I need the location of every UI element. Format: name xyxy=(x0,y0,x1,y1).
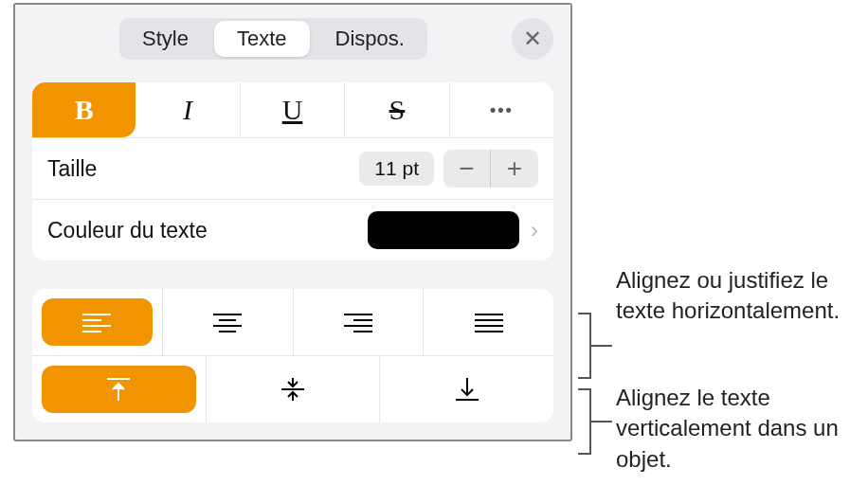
more-styles-button[interactable]: ••• xyxy=(450,82,553,137)
valign-top-button[interactable] xyxy=(32,356,207,422)
size-stepper: − + xyxy=(443,150,538,188)
valign-bottom-button[interactable] xyxy=(380,356,553,422)
font-size-row: Taille 11 pt − + xyxy=(32,138,553,200)
align-left-icon xyxy=(81,311,113,333)
panel-content: B I U S ••• Taille 11 pt − + Couleur du … xyxy=(15,73,570,440)
callout-horizontal: Alignez ou justifiez le texte horizontal… xyxy=(616,265,862,327)
tab-style[interactable]: Style xyxy=(119,18,211,60)
text-format-panel: Style Texte Dispos. ✕ B I U S ••• Taille… xyxy=(13,3,572,441)
align-justify-button[interactable] xyxy=(424,289,553,355)
strikethrough-button[interactable]: S xyxy=(345,82,449,137)
font-style-card: B I U S ••• Taille 11 pt − + Couleur du … xyxy=(32,82,553,260)
alignment-card xyxy=(32,289,553,422)
size-label: Taille xyxy=(47,156,97,182)
callout-line-icon xyxy=(591,421,612,422)
size-value[interactable]: 11 pt xyxy=(359,152,434,186)
align-center-icon xyxy=(211,311,244,333)
text-color-label: Couleur du texte xyxy=(47,218,208,243)
text-color-row[interactable]: Couleur du texte › xyxy=(32,200,553,260)
align-left-button[interactable] xyxy=(32,289,163,355)
valign-top-icon xyxy=(105,376,132,403)
size-decrease-button[interactable]: − xyxy=(443,150,491,188)
tab-text[interactable]: Texte xyxy=(214,21,310,57)
valign-middle-button[interactable] xyxy=(207,356,381,422)
align-center-button[interactable] xyxy=(163,289,294,355)
callout-vertical: Alignez le texte verticalement dans un o… xyxy=(616,383,862,475)
align-right-button[interactable] xyxy=(294,289,425,355)
callout-line-icon xyxy=(591,345,612,347)
underline-button[interactable]: U xyxy=(241,82,345,137)
close-icon: ✕ xyxy=(523,26,542,52)
vertical-align-row xyxy=(32,356,553,422)
panel-header: Style Texte Dispos. ✕ xyxy=(15,5,570,73)
callout-bracket-icon xyxy=(578,388,591,455)
tab-layout[interactable]: Dispos. xyxy=(313,18,427,60)
close-button[interactable]: ✕ xyxy=(512,18,553,60)
bold-button[interactable]: B xyxy=(32,82,136,137)
horizontal-align-row xyxy=(32,289,553,356)
callout-bracket-icon xyxy=(578,313,591,379)
align-right-icon xyxy=(342,311,374,333)
valign-middle-icon xyxy=(280,376,306,403)
font-style-row: B I U S ••• xyxy=(32,82,553,138)
format-tabs: Style Texte Dispos. xyxy=(119,18,427,60)
valign-bottom-icon xyxy=(454,376,480,403)
chevron-right-icon: › xyxy=(531,217,538,243)
size-increase-button[interactable]: + xyxy=(491,150,538,188)
align-justify-icon xyxy=(473,311,505,333)
color-swatch[interactable] xyxy=(368,211,519,249)
italic-button[interactable]: I xyxy=(136,82,240,137)
